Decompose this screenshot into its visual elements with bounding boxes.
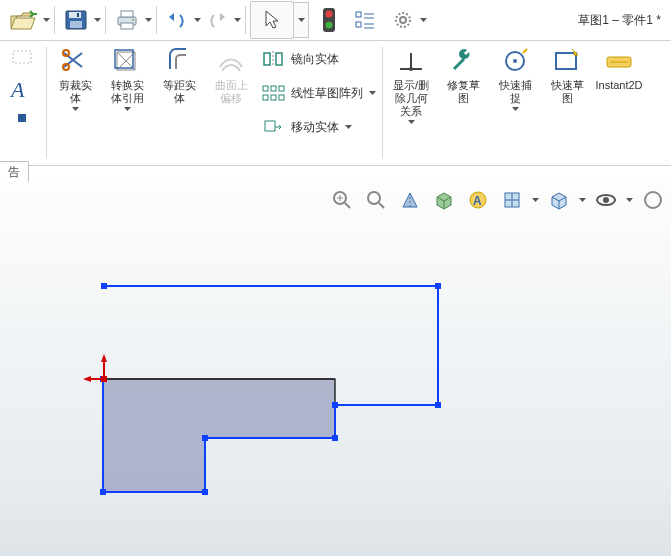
svg-rect-12 [356,22,361,27]
svg-point-18 [63,50,69,56]
svg-rect-47 [202,489,208,495]
svg-point-27 [409,67,413,71]
linear-pattern-button[interactable]: 线性草图阵列 [261,79,376,107]
svg-rect-20 [263,86,268,91]
undo-dropdown[interactable] [193,18,201,22]
svg-point-14 [400,17,406,23]
svg-rect-43 [435,402,441,408]
transform-list: 镜向实体 线性草图阵列 移动实体 [257,43,380,163]
print-button[interactable] [110,1,144,39]
svg-rect-48 [100,489,106,495]
svg-rect-22 [279,86,284,91]
graphics-canvas[interactable]: A [0,182,671,556]
document-title: 草图1 – 零件1 * [578,12,661,29]
svg-point-10 [326,22,333,29]
quick-snap-button[interactable]: 快速捕捉 [489,43,541,163]
svg-rect-41 [101,283,107,289]
svg-rect-2 [70,21,82,28]
redo-dropdown[interactable] [233,18,241,22]
save-button[interactable] [59,1,93,39]
svg-rect-5 [121,11,133,17]
side-palette: A [0,41,44,165]
sketch-face[interactable] [103,379,335,492]
svg-marker-53 [83,376,91,382]
svg-rect-15 [13,51,31,63]
options-list-button[interactable] [349,1,381,39]
svg-point-7 [132,19,134,21]
point-tool-icon[interactable] [15,111,29,125]
display-relations-button[interactable]: 显示/删除几何关系 [385,43,437,163]
svg-rect-11 [356,12,361,17]
svg-rect-21 [271,86,276,91]
move-button[interactable]: 移动实体 [261,113,376,141]
svg-rect-1 [69,12,81,18]
instant2d-button[interactable]: Instant2D [593,43,645,163]
svg-rect-3 [77,13,79,17]
svg-rect-46 [202,435,208,441]
sketch-origin [83,354,107,382]
settings-button[interactable] [387,1,419,39]
trim-button[interactable]: 剪裁实体 [49,43,101,163]
svg-point-13 [396,13,410,27]
svg-rect-25 [279,95,284,100]
rapid-sketch-button[interactable]: 快速草图 [541,43,593,163]
svg-point-19 [63,64,69,70]
text-tool-icon[interactable]: A [9,77,35,101]
svg-rect-26 [265,121,275,131]
select-button[interactable] [250,1,294,39]
sketch-svg [0,182,671,556]
rectangle-icon[interactable] [10,47,34,67]
svg-rect-30 [556,53,576,69]
repair-button[interactable]: 修复草图 [437,43,489,163]
offset-button[interactable]: 等距实体 [153,43,205,163]
mirror-button[interactable]: 镜向实体 [261,45,376,73]
open-dropdown[interactable] [42,18,50,22]
select-dropdown[interactable] [294,2,309,38]
traffic-light-icon[interactable] [317,1,341,39]
side-tab[interactable]: 告 [0,161,29,183]
svg-rect-54 [101,376,107,382]
print-dropdown[interactable] [144,18,152,22]
svg-marker-51 [101,354,107,362]
svg-rect-42 [435,283,441,289]
undo-button[interactable] [161,1,193,39]
ribbon: 剪裁实体 转换实体引用 等距实体 曲面上偏移 镜向实体 线性草图阵列 移动实体 [0,41,671,166]
open-button[interactable] [4,1,42,39]
svg-rect-6 [121,23,133,29]
quick-access-toolbar: 草图1 – 零件1 * [0,0,671,41]
svg-rect-23 [263,95,268,100]
surface-offset-button: 曲面上偏移 [205,43,257,163]
redo-button[interactable] [201,1,233,39]
svg-rect-45 [332,435,338,441]
svg-rect-24 [271,95,276,100]
save-dropdown[interactable] [93,18,101,22]
svg-point-29 [513,59,517,63]
settings-dropdown[interactable] [419,18,427,22]
svg-rect-44 [332,402,338,408]
svg-text:A: A [9,77,25,101]
svg-point-9 [326,11,333,18]
svg-rect-17 [18,114,26,122]
convert-button[interactable]: 转换实体引用 [101,43,153,163]
